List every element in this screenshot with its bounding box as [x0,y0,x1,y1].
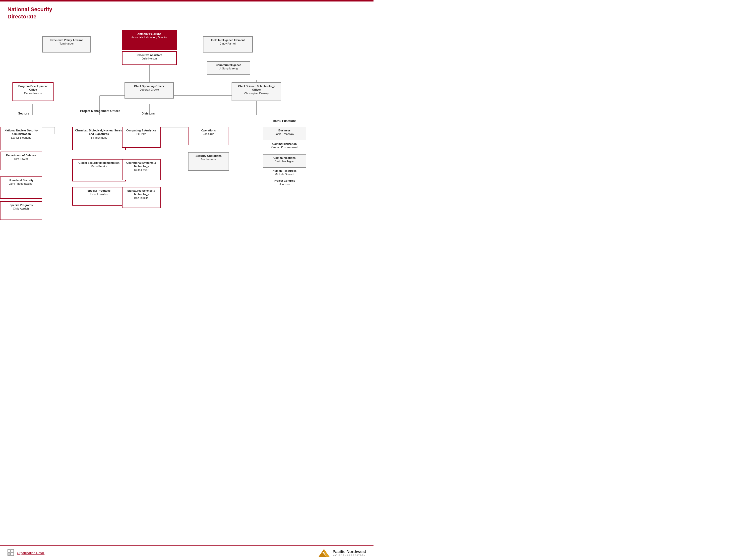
box-coo: Chief Operating Officer Deborah Gracio [125,82,174,99]
box-name-signatures: Bob Runkle [125,196,158,199]
box-name-operations: Joe Cruz [190,132,227,136]
box-title-nnsa: National Nuclear Security Administration [2,129,40,136]
box-operational-systems: Operational Systems & Technology Keith F… [122,159,161,180]
box-csto: Chief Science & Technology Officer Chris… [232,82,281,101]
box-business: Business Janie Treadway [263,127,306,140]
box-communications: Communications David Hachigian [263,154,306,168]
box-title-homeland: Homeland Security [2,179,40,182]
org-chart: Anthony Peurrung Associate Laboratory Di… [0,23,374,30]
box-name-special-programs-sector: Chris Aardahl [2,207,40,210]
box-title-computing: Computing & Analytics [125,129,158,132]
box-special-programs-sector: Special Programs Chris Aardahl [0,202,42,220]
box-name-dod: Kim Fowler [2,157,40,161]
box-name-special-programs-pmo: Tricia Lewallen [75,192,123,196]
box-operations: Operations Joe Cruz [188,127,229,145]
box-title-counterintel: Counterintelligence [209,63,248,67]
box-cbnss: Chemical, Biological, Nuclear Surety and… [72,127,126,150]
box-title-operational-systems: Operational Systems & Technology [125,161,158,168]
box-name-business: Janie Treadway [265,132,304,136]
box-title-exec-policy: Executive Policy Advisor [45,38,88,42]
box-exec-policy: Executive Policy Advisor Tom Harper [42,36,91,53]
box-title-commercialization: Commercialization [263,142,306,145]
box-title-special-programs-pmo: Special Programs [75,189,123,192]
box-title-project-controls: Project Controls [263,179,306,182]
box-signatures: Signatures Science & Technology Bob Runk… [122,187,161,208]
box-title-program-dev: Program Development Office [15,84,51,91]
box-name-communications: David Hachigian [265,160,304,163]
box-field-intel: Field Intelligence Element Cindy Parnell [203,36,253,53]
box-title-signatures: Signatures Science & Technology [125,189,158,196]
label-pmo: Project Management Offices [80,109,121,113]
box-title-business: Business [265,129,304,132]
box-title-communications: Communications [265,156,304,160]
box-title-operations: Operations [190,129,227,132]
box-title-special-programs-sector: Special Programs [2,203,40,207]
box-special-programs-pmo: Special Programs Tricia Lewallen [72,187,126,206]
matrix-human-resources: Human Resources Michele Stewart [263,169,306,176]
box-name-cbnss: Bill Richmond [75,136,123,139]
box-homeland: Homeland Security Jami Prigge (acting) [0,177,42,199]
page-title: National Security Directorate [0,1,374,23]
box-anthony: Anthony Peurrung Associate Laboratory Di… [122,30,177,50]
label-divisions: Divisions [132,112,164,115]
box-name-computing: Bill Pike [125,132,158,136]
connector-lines [0,23,374,247]
box-nnsa: National Nuclear Security Administration… [0,127,42,150]
box-title-global-security: Global Security Implementation [75,161,123,164]
box-name-project-controls: Juai Jao [263,182,306,186]
box-title-field-intel: Field Intelligence Element [205,38,250,42]
box-security-ops: Security Operations Joe Lenaeus [188,152,229,171]
box-title-anthony: Anthony Peurrung [125,32,174,35]
box-name-homeland: Jami Prigge (acting) [2,182,40,185]
box-name-program-dev: Dennis Nelson [15,91,51,95]
box-name-exec-policy: Tom Harper [45,42,88,45]
box-title-csto: Chief Science & Technology Officer [234,84,279,91]
box-name-csto: Christopher Deeney [234,91,279,95]
box-title-exec-assistant: Executive Assistant [125,53,174,57]
box-name-security-ops: Joe Lenaeus [190,158,227,161]
box-name-counterintel: J. Sung Maeng [209,67,248,70]
matrix-commercialization: Commercialization Kannan Krishnaswami [263,142,306,149]
label-sectors: Sectors [7,112,40,115]
box-title-security-ops: Security Operations [190,154,227,158]
box-dod: Department of Defense Kim Fowler [0,152,42,170]
box-exec-assistant: Executive Assistant Julie Nelson [122,51,177,65]
box-title-cbnss: Chemical, Biological, Nuclear Surety and… [75,129,123,136]
label-matrix: Matrix Functions [264,119,305,123]
box-name-field-intel: Cindy Parnell [205,42,250,45]
box-computing: Computing & Analytics Bill Pike [122,127,161,148]
box-name-operational-systems: Keith Freier [125,168,158,172]
box-name-exec-assistant: Julie Nelson [125,57,174,60]
box-name-human-resources: Michele Stewart [263,172,306,176]
box-subtitle-anthony: Associate Laboratory Director [125,35,174,39]
box-name-nnsa: Daniel Stephens [2,136,40,139]
matrix-project-controls: Project Controls Juai Jao [263,179,306,186]
box-name-coo: Deborah Gracio [127,88,171,91]
box-program-dev: Program Development Office Dennis Nelson [12,82,54,101]
box-name-commercialization: Kannan Krishnaswami [263,145,306,149]
box-title-human-resources: Human Resources [263,169,306,172]
box-name-global-security: Mario Pereira [75,164,123,168]
box-title-dod: Department of Defense [2,154,40,157]
box-counterintel: Counterintelligence J. Sung Maeng [207,61,250,75]
box-title-coo: Chief Operating Officer [127,84,171,88]
box-global-security: Global Security Implementation Mario Per… [72,159,126,182]
